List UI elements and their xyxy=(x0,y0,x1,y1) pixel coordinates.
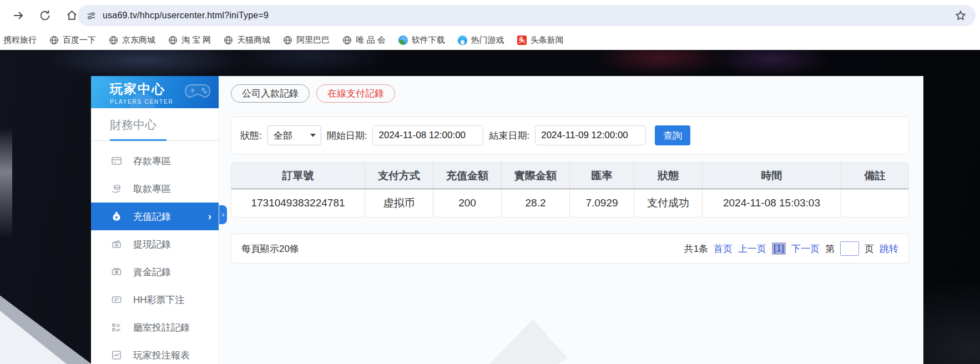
globe-icon xyxy=(342,36,352,45)
cash-out-icon xyxy=(111,239,122,250)
start-date-input[interactable] xyxy=(372,125,483,145)
chevron-right-icon: › xyxy=(208,210,211,223)
bookmark-ctrip[interactable]: 携程旅行 xyxy=(3,35,37,46)
bookmark-label: 阿里巴巴 xyxy=(296,35,330,46)
bookmark-software[interactable]: 软件下载 xyxy=(398,35,445,46)
sidebar-item-label: 廳室投註記錄 xyxy=(133,321,190,334)
sidebar-item-label: 充值記錄 xyxy=(133,210,171,223)
status-label: 狀態: xyxy=(240,129,262,142)
jump-page-input[interactable] xyxy=(840,241,859,256)
toutiao-icon: 头 xyxy=(517,36,527,45)
bookmark-label: 唯 品 会 xyxy=(356,35,385,46)
cell-exchange-rate: 7.0929 xyxy=(569,189,634,217)
select-chevron-icon xyxy=(310,134,316,137)
sidebar-item-label: 資金記錄 xyxy=(133,266,171,279)
bookmark-label: 头条新闻 xyxy=(531,35,564,46)
sidebar-item-withdrawal-records[interactable]: 提現記錄 xyxy=(91,230,219,258)
cell-remark xyxy=(841,189,908,217)
jump-button[interactable]: 跳转 xyxy=(880,242,898,255)
bookmark-toutiao[interactable]: 头 头条新闻 xyxy=(517,35,564,46)
header-payment-method: 支付方式 xyxy=(365,163,433,189)
sidebar-item-funds-records[interactable]: 資金記錄 xyxy=(91,258,219,286)
finance-center-heading: 財務中心 xyxy=(110,117,219,133)
jump-suffix-text: 页 xyxy=(865,242,874,255)
records-table: 訂單號 支付方式 充值金額 實際金額 匯率 狀態 時間 備註 173104938… xyxy=(231,162,909,218)
cell-actual-amount: 28.2 xyxy=(501,189,569,217)
report-chart-icon xyxy=(111,350,122,361)
sidebar-item-label: 存款專區 xyxy=(133,155,171,168)
site-info-icon[interactable] xyxy=(87,11,96,21)
end-date-input[interactable] xyxy=(535,125,646,145)
search-button[interactable]: 查詢 xyxy=(655,125,690,145)
sidebar-toggle-handle[interactable]: › xyxy=(219,205,227,224)
sidebar-item-recharge-records[interactable]: 充值記錄 › xyxy=(91,203,219,230)
sidebar-item-player-bet-report[interactable]: 玩家投注報表 xyxy=(91,341,219,364)
header-remark: 備註 xyxy=(841,163,908,189)
bookmark-taobao[interactable]: 淘 宝 网 xyxy=(168,35,211,46)
bookmark-games[interactable]: 热门游戏 xyxy=(458,35,504,46)
cell-recharge-amount: 200 xyxy=(433,189,501,217)
background-streak xyxy=(0,128,12,239)
bookmark-label: 淘 宝 网 xyxy=(181,35,211,46)
status-select-value: 全部 xyxy=(274,129,292,142)
table-row: 1731049383224781 虚拟币 200 28.2 7.0929 支付成… xyxy=(231,189,908,217)
status-select[interactable]: 全部 xyxy=(267,125,321,145)
url-bar[interactable]: usa69.tv/hhcp/usercenter.html?iniType=9 xyxy=(78,5,976,26)
tab-online-payment-records[interactable]: 在線支付記錄 xyxy=(316,84,395,103)
bookmark-label: 天猫商城 xyxy=(237,35,270,46)
header-recharge-amount: 充值金額 xyxy=(433,163,501,189)
first-page-link[interactable]: 首页 xyxy=(714,242,733,255)
bookmark-jd[interactable]: 京东商城 xyxy=(109,35,155,46)
list-icon xyxy=(111,322,122,333)
globe-icon xyxy=(283,36,292,45)
forward-icon[interactable] xyxy=(11,8,26,23)
bookmark-label: 软件下载 xyxy=(412,35,445,46)
sidebar-item-label: 提現記錄 xyxy=(133,238,171,251)
bookmark-label: 热门游戏 xyxy=(471,35,504,46)
bookmark-alibaba[interactable]: 阿里巴巴 xyxy=(283,35,330,46)
url-text[interactable]: usa69.tv/hhcp/usercenter.html?iniType=9 xyxy=(103,11,269,21)
end-date-label: 結束日期: xyxy=(489,129,529,142)
sidebar-item-deposit[interactable]: 存款專區 xyxy=(91,147,219,175)
sidebar: 玩家中心 PLAYERS CENTER 財務中心 存款專區 取款專區 xyxy=(91,76,219,364)
sidebar-item-withdraw[interactable]: 取款專區 xyxy=(91,175,219,203)
total-count-text: 共1条 xyxy=(684,242,708,255)
home-icon[interactable] xyxy=(64,8,79,23)
browser-toolbar: usa69.tv/hhcp/usercenter.html?iniType=9 xyxy=(0,0,980,31)
bookmark-label: 京东商城 xyxy=(122,35,155,46)
cell-payment-method: 虚拟币 xyxy=(365,189,433,217)
header-time: 時間 xyxy=(702,163,841,189)
header-actual-amount: 實際金額 xyxy=(501,163,569,189)
page-size-text: 每頁顯示20條 xyxy=(241,242,299,255)
gamepad-icon xyxy=(183,78,212,103)
record-tabs: 公司入款記錄 在線支付記錄 xyxy=(231,84,923,103)
section-divider xyxy=(91,139,219,141)
next-page-link[interactable]: 下一页 xyxy=(791,242,820,255)
bookmark-label: 携程旅行 xyxy=(3,35,37,46)
sidebar-item-label: 取款專區 xyxy=(133,183,171,195)
tab-company-deposit-records[interactable]: 公司入款記錄 xyxy=(231,84,310,103)
deposit-icon xyxy=(111,155,122,166)
reload-icon[interactable] xyxy=(38,8,52,23)
bookmark-baidu[interactable]: 百度一下 xyxy=(49,35,96,46)
filter-bar: 狀態: 全部 開始日期: 結束日期: 查詢 xyxy=(231,117,909,154)
sidebar-item-hh-lottery-bets[interactable]: HH彩票下注 xyxy=(91,286,219,314)
bookmark-vip[interactable]: 唯 品 会 xyxy=(342,35,385,46)
prev-page-link[interactable]: 上一页 xyxy=(738,242,766,255)
main-panel: 公司入款記錄 在線支付記錄 狀態: 全部 開始日期: 結束日期: 查詢 訂單號 … xyxy=(219,76,923,364)
start-date-label: 開始日期: xyxy=(327,129,367,142)
header-order-number: 訂單號 xyxy=(231,163,365,189)
bookmark-star-icon[interactable] xyxy=(954,9,967,22)
globe-icon xyxy=(224,36,233,45)
globe-icon xyxy=(168,36,178,45)
bookmarks-bar: 携程旅行 百度一下 京东商城 淘 宝 网 天猫商城 阿里巴巴 唯 品 会 软件下… xyxy=(0,31,980,50)
header-status: 狀態 xyxy=(634,163,702,189)
table-header-row: 訂單號 支付方式 充值金額 實際金額 匯率 狀態 時間 備註 xyxy=(231,163,908,189)
background-watermark-triangle xyxy=(484,319,568,364)
globe-icon xyxy=(109,36,118,45)
sidebar-item-hall-bet-records[interactable]: 廳室投註記錄 xyxy=(91,314,219,341)
sidebar-item-label: 玩家投注報表 xyxy=(133,349,190,362)
cell-order-number: 1731049383224781 xyxy=(231,189,365,217)
software-download-icon xyxy=(398,36,408,45)
bookmark-tmall[interactable]: 天猫商城 xyxy=(224,35,270,46)
